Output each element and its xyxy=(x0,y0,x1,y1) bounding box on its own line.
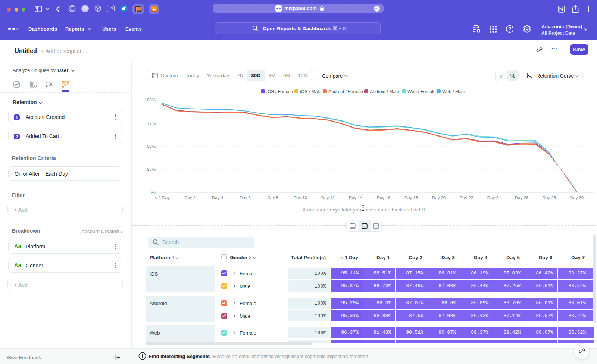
svg-text:Day 26: Day 26 xyxy=(515,195,528,200)
svg-text:Day 18: Day 18 xyxy=(404,195,418,200)
svg-text:Day 16: Day 16 xyxy=(377,195,390,200)
svg-text:Day 24: Day 24 xyxy=(487,195,501,200)
svg-text:< 1 Day: < 1 Day xyxy=(155,195,170,200)
svg-text:Day 20: Day 20 xyxy=(432,195,446,200)
svg-text:Day 14: Day 14 xyxy=(349,195,363,200)
svg-text:Day 28: Day 28 xyxy=(543,195,556,200)
svg-text:Day 6: Day 6 xyxy=(240,195,251,200)
svg-text:0%: 0% xyxy=(149,190,156,195)
svg-text:100%: 100% xyxy=(145,98,156,102)
svg-text:Day 10: Day 10 xyxy=(294,195,307,200)
svg-text:50%: 50% xyxy=(147,144,156,148)
svg-text:Day 8: Day 8 xyxy=(267,195,278,200)
svg-text:75%: 75% xyxy=(147,121,156,125)
svg-text:Day 2: Day 2 xyxy=(184,195,196,200)
svg-text:Day 4: Day 4 xyxy=(212,195,224,200)
svg-text:Day 12: Day 12 xyxy=(321,195,335,200)
svg-text:25%: 25% xyxy=(147,167,156,172)
svg-text:Day 30: Day 30 xyxy=(570,195,584,200)
svg-text:Day 22: Day 22 xyxy=(460,195,473,200)
